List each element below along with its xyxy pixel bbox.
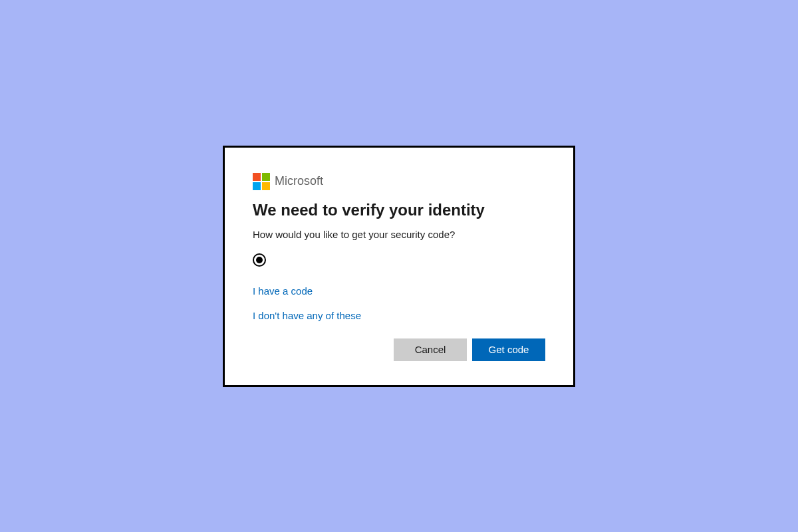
dialog-subtext: How would you like to get your security … [253, 229, 545, 240]
microsoft-logo-icon [253, 173, 270, 190]
dialog-heading: We need to verify your identity [253, 201, 545, 219]
verify-identity-dialog: Microsoft We need to verify your identit… [223, 146, 575, 387]
get-code-button[interactable]: Get code [472, 338, 545, 361]
brand-row: Microsoft [253, 173, 545, 190]
have-code-link[interactable]: I have a code [253, 285, 313, 297]
cancel-button[interactable]: Cancel [394, 338, 467, 361]
none-of-these-link[interactable]: I don't have any of these [253, 310, 361, 321]
brand-label: Microsoft [275, 174, 323, 188]
button-row: Cancel Get code [253, 338, 545, 361]
verification-option-row[interactable] [253, 253, 545, 267]
radio-selected-icon[interactable] [253, 253, 266, 267]
